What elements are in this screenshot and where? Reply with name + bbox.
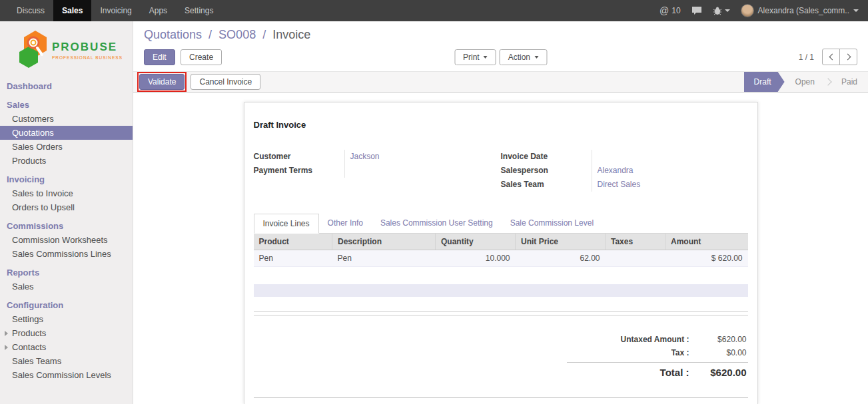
sidebar-section-sales[interactable]: Sales — [0, 98, 133, 112]
sidebar-item-sales-commission-levels[interactable]: Sales Commission Levels — [0, 368, 133, 382]
customer-value[interactable]: Jackson — [350, 152, 380, 161]
mention-count: 10 — [671, 6, 680, 15]
debug-icon[interactable] — [713, 7, 730, 15]
app-logo[interactable]: PROBUSE PROFESSIONAL BUSINESS — [0, 21, 133, 77]
logo-text: PROBUSE PROFESSIONAL BUSINESS — [52, 41, 123, 60]
pager-buttons — [822, 49, 857, 65]
breadcrumb-so008[interactable]: SO008 — [218, 28, 256, 41]
status-step-draft[interactable]: Draft — [744, 72, 785, 92]
col-header-unit-price[interactable]: Unit Price — [516, 234, 606, 250]
sidebar-nav: Dashboard Sales Customers Quotations Sal… — [0, 77, 133, 382]
breadcrumb-quotations[interactable]: Quotations — [144, 28, 202, 41]
sidebar-section-invoicing[interactable]: Invoicing — [0, 172, 133, 186]
status-step-open[interactable]: Open — [785, 72, 825, 92]
sidebar-section-reports[interactable]: Reports — [0, 266, 133, 280]
col-header-product[interactable]: Product — [254, 234, 332, 250]
notebook-tabs: Invoice Lines Other Info Sales Commissio… — [254, 213, 748, 234]
cancel-invoice-button[interactable]: Cancel Invoice — [191, 74, 260, 90]
topbar-item-discuss[interactable]: Discuss — [8, 0, 53, 21]
print-button[interactable]: Print — [454, 49, 496, 65]
edit-button[interactable]: Edit — [144, 49, 175, 65]
sidebar-item-customers[interactable]: Customers — [0, 112, 133, 126]
sidebar-section-commissions[interactable]: Commissions — [0, 219, 133, 233]
table-row[interactable]: Pen Pen 10.000 62.00 $ 620.00 — [254, 250, 748, 267]
col-header-description[interactable]: Description — [332, 234, 436, 250]
logo-icon — [19, 29, 48, 71]
chevron-left-icon — [829, 54, 835, 61]
user-name: Alexandra (Sales_comm.. — [758, 6, 849, 15]
tax-label: Tax : — [671, 348, 689, 357]
sidebar-item-commission-worksheets[interactable]: Commission Worksheets — [0, 233, 133, 247]
total-label: Total : — [660, 367, 689, 378]
salesperson-label: Salesperson — [501, 164, 592, 178]
sidebar-item-products[interactable]: Products — [0, 154, 133, 168]
sidebar-item-sales-commissions-lines[interactable]: Sales Commissions Lines — [0, 247, 133, 261]
messages-icon[interactable] — [691, 6, 702, 15]
sidebar-item-label: Products — [12, 328, 46, 338]
tab-invoice-lines[interactable]: Invoice Lines — [254, 214, 319, 234]
sales-team-value[interactable]: Direct Sales — [598, 180, 641, 189]
sidebar-item-config-settings[interactable]: Settings — [0, 312, 133, 326]
pager-count: 1 / 1 — [799, 53, 814, 62]
invoice-lines-table: Product Description Quantity Unit Price … — [254, 234, 748, 267]
topbar: Discuss Sales Invoicing Apps Settings @ … — [0, 0, 868, 21]
sidebar-section-configuration[interactable]: Configuration — [0, 298, 133, 312]
main-content: Quotations / SO008 / Invoice Edit Create… — [133, 21, 868, 404]
total-value: $620.00 — [689, 367, 747, 378]
sidebar-item-dashboard[interactable]: Dashboard — [0, 79, 133, 93]
topbar-item-settings[interactable]: Settings — [176, 0, 222, 21]
field-group-right: Invoice Date Salesperson Alexandra Sales… — [501, 150, 748, 192]
breadcrumb-separator: / — [209, 28, 212, 41]
tax-row: Tax : $0.00 — [567, 346, 748, 359]
cell-taxes — [606, 250, 665, 267]
field-customer: Customer Jackson — [254, 150, 481, 164]
statusbar: Validate Cancel Invoice Draft Open Paid — [133, 71, 868, 93]
caret-down-icon — [534, 56, 538, 59]
field-group-left: Customer Jackson Payment Terms — [254, 150, 501, 192]
tab-other-info[interactable]: Other Info — [319, 214, 372, 234]
field-salesperson: Salesperson Alexandra — [501, 164, 748, 178]
sidebar-item-sales-teams[interactable]: Sales Teams — [0, 354, 133, 368]
form-buttons: Edit Create — [144, 49, 222, 65]
topbar-item-apps[interactable]: Apps — [141, 0, 176, 21]
pager-previous-button[interactable] — [822, 49, 840, 65]
body-row: PROBUSE PROFESSIONAL BUSINESS Dashboard … — [0, 21, 868, 404]
empty-row-band — [254, 284, 748, 297]
sidebar-item-sales-to-invoice[interactable]: Sales to Invoice — [0, 186, 133, 200]
untaxed-amount-row: Untaxed Amount : $620.00 — [567, 333, 748, 346]
action-button[interactable]: Action — [500, 49, 547, 65]
validate-button[interactable]: Validate — [139, 74, 185, 90]
print-button-label: Print — [463, 53, 480, 62]
sidebar-item-reports-sales[interactable]: Sales — [0, 280, 133, 294]
invoice-date-value — [592, 150, 748, 164]
expand-arrow-icon — [5, 331, 8, 336]
col-header-amount[interactable]: Amount — [665, 234, 748, 250]
tab-sales-commission-user-setting[interactable]: Sales Commission User Setting — [372, 214, 502, 234]
action-buttons: Print Action — [454, 49, 547, 65]
sidebar: PROBUSE PROFESSIONAL BUSINESS Dashboard … — [0, 21, 133, 404]
status-step-paid[interactable]: Paid — [831, 72, 868, 92]
mention-counter[interactable]: @ 10 — [659, 5, 681, 16]
sidebar-item-sales-orders[interactable]: Sales Orders — [0, 140, 133, 154]
col-header-quantity[interactable]: Quantity — [436, 234, 516, 250]
create-button[interactable]: Create — [181, 49, 222, 65]
salesperson-value[interactable]: Alexandra — [598, 166, 634, 175]
totals-block: Untaxed Amount : $620.00 Tax : $0.00 Tot… — [567, 333, 748, 380]
col-header-taxes[interactable]: Taxes — [606, 234, 665, 250]
field-sales-team: Sales Team Direct Sales — [501, 178, 748, 192]
pager-next-button[interactable] — [839, 49, 857, 65]
sidebar-item-orders-to-upsell[interactable]: Orders to Upsell — [0, 200, 133, 214]
field-invoice-date: Invoice Date — [501, 150, 748, 164]
chevron-right-icon — [844, 54, 851, 61]
topbar-item-sales[interactable]: Sales — [53, 0, 91, 21]
sidebar-item-config-products[interactable]: Products — [0, 326, 133, 340]
cell-description: Pen — [332, 250, 436, 267]
tab-sale-commission-level[interactable]: Sale Commission Level — [502, 214, 602, 234]
sidebar-item-quotations[interactable]: Quotations — [0, 126, 133, 140]
control-panel: Quotations / SO008 / Invoice Edit Create… — [133, 21, 868, 71]
sidebar-item-config-contacts[interactable]: Contacts — [0, 340, 133, 354]
topbar-item-invoicing[interactable]: Invoicing — [91, 0, 140, 21]
user-menu[interactable]: Alexandra (Sales_comm.. — [741, 4, 859, 17]
sales-team-label: Sales Team — [501, 178, 592, 192]
action-button-label: Action — [508, 53, 530, 62]
